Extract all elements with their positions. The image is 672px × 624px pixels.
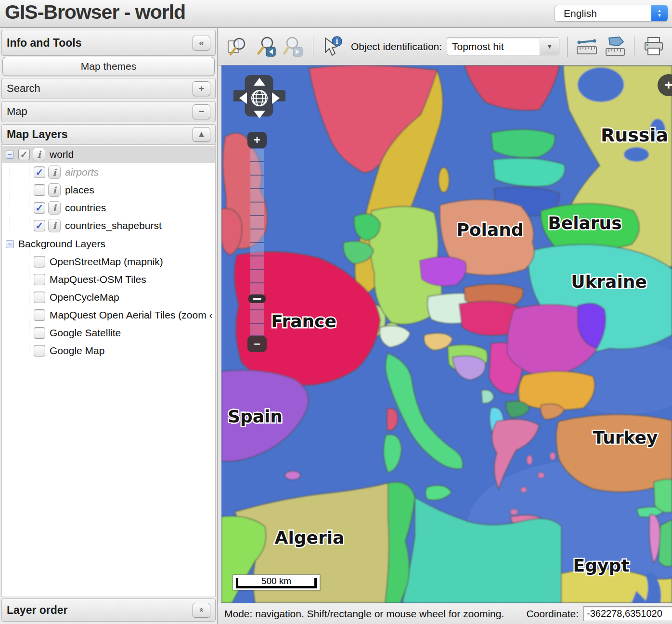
layer-label-world[interactable]: world <box>50 149 74 160</box>
scale-bar-label: 500 km <box>233 576 320 586</box>
svg-text:i: i <box>336 38 338 45</box>
openstreetmap-checkbox[interactable] <box>34 256 45 267</box>
layer-label-openstreetmap[interactable]: OpenStreetMap (mapnik) <box>50 256 163 267</box>
places-checkbox[interactable] <box>34 184 45 196</box>
map-themes-button[interactable]: Map themes <box>2 57 215 76</box>
measure-area-icon[interactable] <box>603 35 626 58</box>
layer-label-countries-shapeburst[interactable]: countries_shapeburst <box>65 220 162 231</box>
countries-info-button[interactable]: i <box>48 201 61 215</box>
layer-label-places[interactable]: places <box>65 184 94 196</box>
zoom-box-icon[interactable] <box>226 35 249 58</box>
tree-row-countries[interactable]: ✓ i countries <box>2 199 215 216</box>
layer-label-opencyclemap[interactable]: OpenCycleMap <box>50 292 119 303</box>
world-info-button[interactable]: i <box>33 148 45 161</box>
layer-label-google-map[interactable]: Google Map <box>50 345 104 357</box>
tree-row-airports[interactable]: ✓ i airports <box>2 164 215 181</box>
zoom-slider-track[interactable] <box>250 148 264 336</box>
country-label: Ukraine <box>571 272 647 292</box>
accordion-layer-order[interactable]: Layer order « <box>1 599 216 622</box>
layer-label-mapquest-aerial[interactable]: MapQuest Open Aerial Tiles (zoom ‹ <box>50 309 212 321</box>
country-label: France <box>271 311 336 331</box>
countries-checkbox[interactable]: ✓ <box>34 202 45 214</box>
accordion-map[interactable]: Map − <box>1 101 216 122</box>
expand-layer-order-button[interactable]: « <box>193 603 210 618</box>
measure-length-icon[interactable] <box>575 35 598 58</box>
toolbar-separator <box>313 37 313 57</box>
countries-shapeburst-checkbox[interactable]: ✓ <box>34 220 45 231</box>
expand-search-button[interactable]: + <box>193 81 210 96</box>
zoom-slider: + − <box>247 132 267 352</box>
map-region: i Object identification: Topmost hit ▼ <box>218 28 672 624</box>
double-chevron-up-icon: « <box>197 608 207 612</box>
country-label: Poland <box>456 220 523 240</box>
places-info-button[interactable]: i <box>48 183 61 197</box>
countries-shapeburst-info-button[interactable]: i <box>48 219 61 232</box>
language-select[interactable]: English ▲▼ <box>555 5 668 22</box>
map-canvas[interactable]: Russia Poland Belarus Ukraine France Spa… <box>221 65 672 603</box>
minus-icon: − <box>199 106 204 117</box>
toolbar-separator <box>634 37 634 57</box>
object-identification-label: Object identification: <box>351 41 442 52</box>
opencyclemap-checkbox[interactable] <box>34 292 45 303</box>
world-checkbox[interactable]: ✓ <box>18 149 30 160</box>
tree-row-background-layers[interactable]: − Background Layers <box>2 235 215 253</box>
chevron-left-icon: « <box>199 38 204 48</box>
layer-label-mapquest-osm[interactable]: MapQuest-OSM Tiles <box>50 274 146 285</box>
toolbar-separator <box>567 37 568 57</box>
airports-info-button[interactable]: i <box>48 166 61 179</box>
language-value: English <box>555 8 651 19</box>
zoom-out-button[interactable]: − <box>247 336 267 352</box>
map-toolbar: i Object identification: Topmost hit ▼ <box>218 28 672 65</box>
select-stepper-icon: ▲▼ <box>651 5 668 22</box>
status-bar: Mode: navigation. Shift/rectangle or mou… <box>218 603 672 624</box>
title-bar: GIS-Browser - world English ▲▼ <box>0 0 672 28</box>
collapse-map-button[interactable]: − <box>193 104 210 119</box>
identify-icon[interactable]: i <box>321 35 344 58</box>
accordion-map-layers[interactable]: Map Layers ▲ <box>1 124 216 144</box>
layer-label-airports[interactable]: airports <box>65 166 99 178</box>
country-label: Egypt <box>573 556 630 575</box>
google-map-checkbox[interactable] <box>34 345 45 357</box>
identification-mode-select[interactable]: Topmost hit ▼ <box>447 38 559 55</box>
print-icon[interactable] <box>642 35 665 58</box>
collapse-node-icon[interactable]: − <box>6 151 14 159</box>
scale-bar: 500 km <box>233 574 320 590</box>
country-label: Spain <box>228 407 283 426</box>
country-label: Algeria <box>275 528 345 548</box>
layer-label-google-satellite[interactable]: Google Satellite <box>50 327 121 339</box>
accordion-layer-order-label: Layer order <box>7 604 68 617</box>
accordion-map-label: Map <box>7 105 27 118</box>
zoom-next-icon <box>282 35 305 58</box>
collapse-node-icon[interactable]: − <box>6 240 14 248</box>
tree-row-mapquest-aerial[interactable]: MapQuest Open Aerial Tiles (zoom ‹ <box>2 306 215 324</box>
google-satellite-checkbox[interactable] <box>34 327 45 339</box>
mapquest-osm-checkbox[interactable] <box>34 274 45 285</box>
tree-row-world[interactable]: − ✓ i world <box>2 146 215 163</box>
airports-checkbox[interactable]: ✓ <box>34 166 45 178</box>
tree-row-google-map[interactable]: Google Map <box>2 342 215 359</box>
country-label: Belarus <box>548 213 621 233</box>
tree-row-mapquest-osm[interactable]: MapQuest-OSM Tiles <box>2 271 215 288</box>
accordion-search-label: Search <box>7 82 40 95</box>
layer-tree: − ✓ i world ✓ i airports i places ✓ i co… <box>1 144 216 597</box>
pan-control[interactable] <box>233 72 285 124</box>
collapse-layers-button[interactable]: ▲ <box>193 127 210 142</box>
collapse-sidebar-button[interactable]: « <box>193 36 210 51</box>
zoom-in-button[interactable]: + <box>247 132 267 148</box>
zoom-previous-icon[interactable] <box>254 35 277 58</box>
coordinate-input[interactable] <box>583 606 672 621</box>
tree-row-google-satellite[interactable]: Google Satellite <box>2 324 215 342</box>
tree-row-places[interactable]: i places <box>2 181 215 199</box>
tree-row-opencyclemap[interactable]: OpenCycleMap <box>2 289 215 306</box>
arrow-up-icon: ▲ <box>197 129 206 140</box>
panel-info-and-tools: Info and Tools « <box>1 30 216 56</box>
plus-icon: + <box>199 83 204 94</box>
accordion-search[interactable]: Search + <box>1 78 216 99</box>
zoom-slider-handle[interactable] <box>248 294 266 303</box>
group-label-background-layers[interactable]: Background Layers <box>18 238 105 250</box>
tree-row-countries-shapeburst[interactable]: ✓ i countries_shapeburst <box>2 217 215 234</box>
panel-title: Info and Tools <box>7 37 81 50</box>
layer-label-countries[interactable]: countries <box>65 202 106 214</box>
tree-row-openstreetmap[interactable]: OpenStreetMap (mapnik) <box>2 253 215 270</box>
mapquest-aerial-checkbox[interactable] <box>34 309 45 321</box>
